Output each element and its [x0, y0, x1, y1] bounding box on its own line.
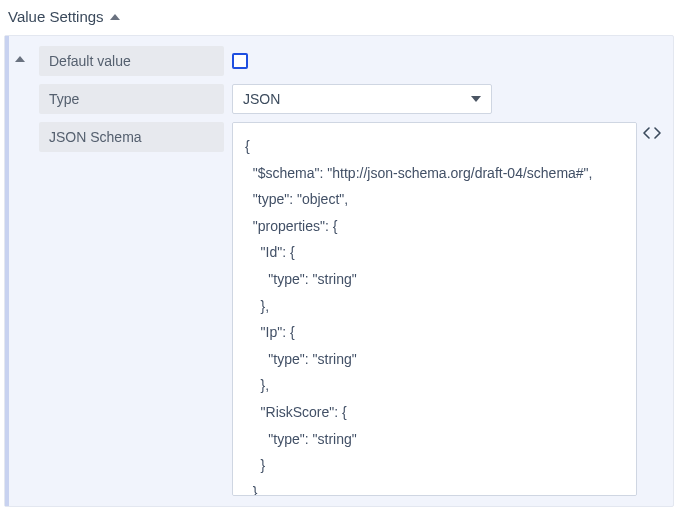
label-default-value: Default value [39, 46, 224, 76]
chevron-up-icon [15, 56, 25, 62]
json-schema-content: { "$schema": "http://json-schema.org/dra… [245, 133, 624, 496]
section-header[interactable]: Value Settings [0, 0, 678, 35]
label-type: Type [39, 84, 224, 114]
panel-collapse-button[interactable] [9, 44, 31, 62]
form-area: Default value Type JSON JSON Schema { "$… [31, 44, 665, 498]
value-settings-panel: Default value Type JSON JSON Schema { "$… [4, 35, 674, 507]
label-json-schema: JSON Schema [39, 122, 224, 152]
type-select-value: JSON [243, 91, 280, 107]
code-icon [643, 126, 661, 140]
row-type: Type JSON [39, 84, 661, 114]
section-title: Value Settings [8, 8, 104, 25]
row-default-value: Default value [39, 46, 661, 76]
panel-accent-bar [5, 36, 9, 506]
collapse-up-icon [110, 14, 120, 20]
default-value-checkbox[interactable] [232, 53, 248, 69]
type-select[interactable]: JSON [232, 84, 492, 114]
json-schema-textarea[interactable]: { "$schema": "http://json-schema.org/dra… [232, 122, 637, 496]
code-view-toggle[interactable] [637, 122, 661, 140]
row-json-schema: JSON Schema { "$schema": "http://json-sc… [39, 122, 661, 496]
chevron-down-icon [471, 96, 481, 102]
